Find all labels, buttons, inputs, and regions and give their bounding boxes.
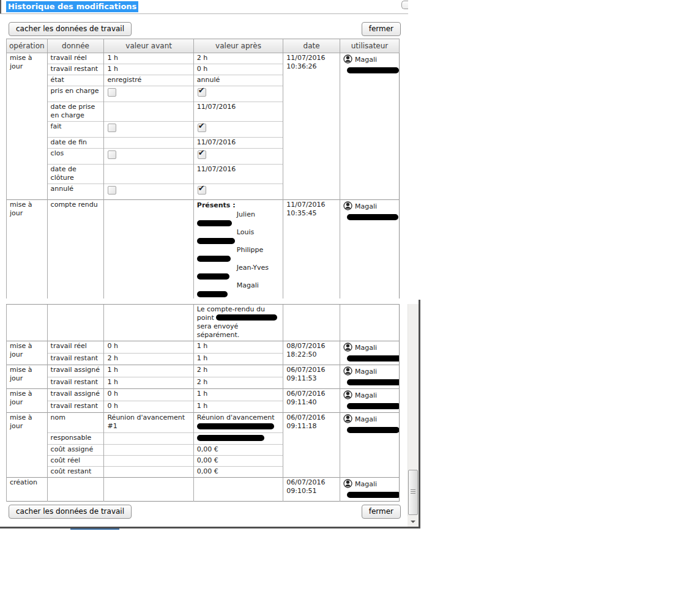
- field-name-cell: annulé: [47, 184, 104, 200]
- user-entry: Magali: [343, 390, 397, 402]
- value-after-cell: 0 h: [193, 64, 283, 75]
- value-text: Réunion d'avancement #1: [107, 413, 190, 431]
- value-text: 11/07/2016: [197, 138, 280, 147]
- date-cell: 06/07/201609:10:51: [283, 478, 340, 502]
- history-entry: mise à journomRéunion d'avancement #1Réu…: [7, 413, 400, 478]
- value-text: 11/07/2016: [197, 165, 280, 174]
- field-name-cell: compte rendu: [47, 200, 104, 299]
- value-before-cell: [104, 305, 193, 341]
- table-row: mise à jourtravail assigné1 h2 h06/07/20…: [7, 365, 400, 377]
- field-name-cell: travail restant: [47, 353, 104, 365]
- time-text: 18:22:50: [286, 350, 337, 359]
- toolbar-bottom: cacher les données de travail fermer: [9, 505, 401, 519]
- field-name-cell: clos: [47, 149, 104, 165]
- field-name-cell: coût assigné: [47, 445, 104, 456]
- dialog-title: Historique des modifications: [6, 1, 138, 12]
- operation-cell: mise à jour: [7, 341, 48, 365]
- column-header: valeur après: [193, 39, 283, 53]
- hide-work-data-button[interactable]: cacher les données de travail: [9, 505, 132, 519]
- user-name: Magali: [355, 391, 377, 399]
- table-row: Le compte-rendu dupointsera envoyéséparé…: [7, 305, 400, 341]
- value-before-cell: 1 h: [104, 64, 193, 75]
- avatar-icon: [343, 390, 352, 402]
- value-before-cell: [104, 184, 193, 200]
- value-after-cell: 0,00 €: [193, 445, 283, 456]
- user-entry: Magali: [343, 54, 397, 66]
- redaction-bar: [197, 435, 264, 441]
- value-after-cell: 1 h: [193, 401, 283, 413]
- operation-cell: mise à jour: [7, 365, 48, 389]
- user-name: Magali: [355, 202, 377, 210]
- avatar-icon: [343, 54, 352, 66]
- value-after-cell: Réunion d'avancement: [193, 413, 283, 433]
- scrollbar-thumb[interactable]: [408, 470, 418, 515]
- hide-work-data-button[interactable]: cacher les données de travail: [9, 22, 132, 36]
- column-header: donnée: [47, 39, 104, 53]
- field-name-cell: [47, 478, 104, 502]
- value-before-cell: 0 h: [104, 341, 193, 354]
- user-cell: Magali: [340, 341, 400, 365]
- field-name-cell: date de prise en charge: [47, 102, 104, 122]
- avatar-icon: [343, 479, 352, 491]
- field-name-cell: [47, 305, 104, 341]
- scrollbar-down-button[interactable]: [408, 516, 418, 527]
- operation-cell: mise à jour: [7, 53, 48, 200]
- value-before-cell: 1 h: [104, 377, 193, 389]
- value-text: 11/07/2016: [197, 103, 280, 111]
- value-text: 2 h: [197, 366, 280, 374]
- date-cell: 08/07/201618:22:50: [283, 341, 340, 365]
- redaction-bar: [347, 427, 399, 433]
- field-name-cell: travail restant: [47, 64, 104, 75]
- date-text: 06/07/2016: [286, 413, 337, 422]
- value-text: 2 h: [107, 354, 190, 363]
- redaction-bar: [197, 220, 232, 226]
- value-after-cell: 11/07/2016: [193, 102, 283, 122]
- attendee-first-name: Julien: [197, 210, 280, 219]
- value-after-cell: 1 h: [193, 341, 283, 354]
- close-button[interactable]: fermer: [362, 22, 401, 36]
- time-text: 09:11:18: [286, 422, 337, 431]
- table-row: création06/07/201609:10:51Magali: [7, 478, 400, 502]
- close-button[interactable]: fermer: [362, 505, 401, 519]
- table-row: mise à jourtravail assigné0 h1 h06/07/20…: [7, 389, 400, 401]
- redaction-bar: [197, 423, 274, 429]
- user-cell: [340, 305, 400, 341]
- value-after-cell: 11/07/2016: [193, 165, 283, 184]
- date-cell: 06/07/201609:11:18: [283, 413, 340, 478]
- user-cell: Magali: [340, 365, 400, 389]
- avatar-icon: [343, 414, 352, 426]
- date-cell: 06/07/201609:11:53: [283, 365, 340, 389]
- scrollbar-grip-icon: [411, 489, 415, 495]
- value-after-cell: Présents :JulienLouisPhilippeJean-YvesMa…: [193, 200, 283, 299]
- value-text: 0,00 €: [197, 445, 280, 454]
- value-before-cell: [104, 102, 193, 122]
- redaction-bar: [347, 403, 399, 409]
- user-name: Magali: [355, 368, 377, 376]
- user-name: Magali: [355, 56, 377, 64]
- history-entry: Le compte-rendu dupointsera envoyéséparé…: [7, 305, 400, 341]
- history-entry: mise à jourcompte renduPrésents :JulienL…: [7, 200, 400, 299]
- value-before-cell: [104, 445, 193, 456]
- history-entry: création06/07/201609:10:51Magali: [7, 478, 400, 502]
- checkbox-unchecked-icon: [108, 124, 116, 132]
- user-cell: Magali: [340, 478, 400, 502]
- field-name-cell: date de fin: [47, 138, 104, 149]
- value-before-cell: [104, 149, 193, 165]
- history-dialog: Historique des modifications cacher les …: [0, 0, 700, 597]
- redaction-bar: [197, 256, 231, 262]
- arrow-down-icon: [411, 521, 415, 523]
- value-after-cell: 0,00 €: [193, 467, 283, 478]
- value-text: 1 h: [107, 65, 190, 73]
- dialog-bottom-section: Le compte-rendu dupointsera envoyéséparé…: [0, 304, 420, 529]
- value-text: 0 h: [197, 65, 280, 73]
- user-entry: Magali: [343, 479, 397, 491]
- time-text: 10:36:26: [286, 62, 337, 71]
- value-before-cell: Réunion d'avancement #1: [104, 413, 193, 433]
- history-entry: mise à jourtravail réel1 h2 h11/07/20161…: [7, 53, 400, 200]
- user-name: Magali: [355, 415, 377, 423]
- text-line: point: [197, 314, 280, 322]
- text-line: séparément.: [197, 331, 280, 339]
- value-text: 1 h: [107, 54, 190, 62]
- date-text: 11/07/2016: [286, 54, 337, 62]
- value-text: 0 h: [107, 390, 190, 398]
